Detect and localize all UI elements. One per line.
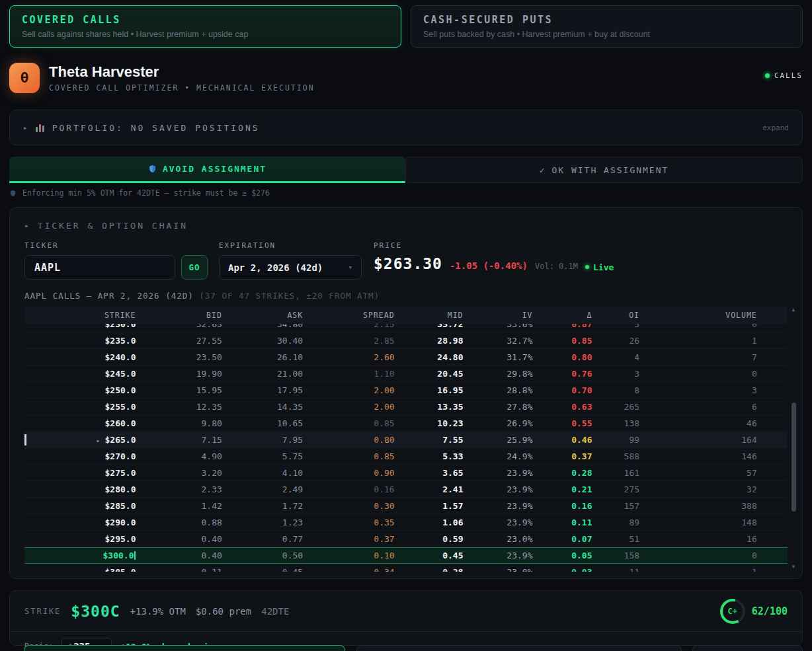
column-header: IV xyxy=(464,307,533,324)
cell-ask: 0.77 xyxy=(222,531,303,547)
cell-mid: 7.55 xyxy=(395,432,464,449)
cell-oi: 89 xyxy=(592,514,640,531)
cell-spread: 0.37 xyxy=(303,531,394,547)
cell-oi: 5 xyxy=(592,324,640,332)
grade-score: 62/100 xyxy=(752,605,788,617)
premium-value: $0.60 prem xyxy=(196,606,251,617)
cell-spread: 0.80 xyxy=(303,432,394,449)
cell-vol: 16 xyxy=(639,531,757,547)
cell-bid: 19.90 xyxy=(136,365,222,382)
cell-delta: 0.85 xyxy=(533,332,592,349)
expiration-select[interactable]: Apr 2, 2026 (42d) ▾ xyxy=(219,255,362,280)
caret-right-icon: ▸ xyxy=(24,221,31,230)
price-volume: Vol: 0.1M xyxy=(535,262,578,271)
mode-card-cash-secured-puts[interactable]: CASH-SECURED PUTS Sell puts backed by ca… xyxy=(411,5,803,48)
cell-bid: 7.15 xyxy=(136,432,222,449)
portfolio-bar[interactable]: ▸ PORTFOLIO: NO SAVED POSITIONS expand xyxy=(9,110,803,145)
cell-spread: 2.00 xyxy=(303,382,394,399)
scroll-down-icon[interactable]: ▼ xyxy=(790,564,797,572)
cash-secured-puts-title: CASH-SECURED PUTS xyxy=(423,14,790,26)
cell-oi: 51 xyxy=(592,531,640,547)
calls-mode-indicator: CALLS xyxy=(765,71,803,80)
cell-iv: 24.9% xyxy=(464,448,533,465)
cell-ask: 1.72 xyxy=(222,498,303,514)
cell-vol: 7 xyxy=(639,349,757,365)
tab-avoid-assignment[interactable]: AVOID ASSIGNMENT xyxy=(9,157,405,183)
chain-section-title: TICKER & OPTION CHAIN xyxy=(38,221,188,231)
option-row[interactable]: ▸$265.07.157.950.807.5525.9%0.4699164 xyxy=(24,432,788,448)
cell-spread: 0.85 xyxy=(303,415,394,432)
option-row[interactable]: $280.02.332.490.162.4123.9%0.2127532 xyxy=(24,481,788,498)
option-row[interactable]: $290.00.881.230.351.0623.9%0.1189148 xyxy=(24,514,788,531)
covered-calls-title: COVERED CALLS xyxy=(22,14,389,26)
caret-right-icon: ▸ xyxy=(23,124,28,132)
expiration-value: Apr 2, 2026 (42d) xyxy=(228,262,323,273)
cell-delta: 0.07 xyxy=(533,531,592,547)
expiration-label: EXPIRATION xyxy=(219,241,362,250)
option-row[interactable]: $300.00.400.500.100.4523.9%0.051580 xyxy=(24,547,788,564)
cell-vol: 32 xyxy=(639,481,757,498)
cell-iv: 23.9% xyxy=(464,514,533,531)
chain-caption: AAPL CALLS — APR 2, 2026 (42D) (37 OF 47… xyxy=(24,291,788,301)
option-row[interactable]: $305.00.110.450.340.2823.0%0.03111 xyxy=(24,564,788,572)
option-row[interactable]: $250.015.9517.952.0016.9528.8%0.7083 xyxy=(24,382,788,399)
price-label: PRICE xyxy=(374,241,614,250)
option-row[interactable]: $295.00.400.770.370.5923.0%0.075116 xyxy=(24,531,788,547)
chain-table-header: STRIKEBIDASKSPREADMIDIVΔOIVOLUME xyxy=(24,307,788,324)
avoid-assignment-label: AVOID ASSIGNMENT xyxy=(163,164,266,174)
option-row[interactable]: $235.027.5530.402.8528.9832.7%0.85261 xyxy=(24,332,788,349)
cell-bid: 12.35 xyxy=(136,399,222,415)
cell-vol: 148 xyxy=(639,514,757,531)
cell-ask: 1.23 xyxy=(222,514,303,531)
go-button[interactable]: GO xyxy=(181,255,208,280)
option-row[interactable]: $275.03.204.100.903.6523.9%0.2816157 xyxy=(24,465,788,481)
mode-card-covered-calls[interactable]: COVERED CALLS Sell calls against shares … xyxy=(9,5,401,48)
cell-iv: 23.0% xyxy=(464,564,533,572)
cell-bid: 1.42 xyxy=(136,498,222,514)
cell-spread: 0.30 xyxy=(303,498,394,514)
strike-label: STRIKE xyxy=(24,607,61,616)
cell-delta: 0.70 xyxy=(533,382,592,399)
option-row[interactable]: $245.019.9021.001.1020.4529.8%0.7630 xyxy=(24,365,788,382)
scroll-up-icon[interactable]: ▲ xyxy=(790,307,797,315)
enforcement-note: Enforcing min 5% OTM for 42DTE — strike … xyxy=(9,188,803,198)
cell-mid: 0.28 xyxy=(395,564,464,572)
option-row[interactable]: $285.01.421.720.301.5723.9%0.16157388 xyxy=(24,498,788,514)
column-header: STRIKE xyxy=(24,307,136,324)
option-row[interactable]: $240.023.5026.102.6024.8031.7%0.8047 xyxy=(24,349,788,365)
ticker-input[interactable] xyxy=(24,255,175,280)
column-header: OI xyxy=(592,307,640,324)
cell-delta: 0.76 xyxy=(533,365,592,382)
cell-strike: $275.0 xyxy=(24,465,136,481)
cell-iv: 23.9% xyxy=(464,465,533,481)
cell-iv: 23.9% xyxy=(464,547,533,564)
cell-spread: 0.16 xyxy=(303,481,394,498)
option-row[interactable]: $270.04.905.750.855.3324.9%0.37588146 xyxy=(24,448,788,465)
cell-spread: 2.00 xyxy=(303,399,394,415)
price-value: $263.30 xyxy=(374,255,442,272)
option-row[interactable]: $230.032.6534.802.1533.7233.6%0.8750 xyxy=(24,324,788,332)
cell-vol: 46 xyxy=(639,415,757,432)
chain-table-body: $230.032.6534.802.1533.7233.6%0.8750$235… xyxy=(24,324,788,572)
option-row[interactable]: $255.012.3514.352.0013.3527.8%0.632656 xyxy=(24,399,788,415)
cell-delta: 0.87 xyxy=(533,324,592,332)
cell-delta: 0.46 xyxy=(533,432,592,449)
option-row[interactable]: $260.09.8010.650.8510.2326.9%0.5513846 xyxy=(24,415,788,432)
scrollbar-thumb[interactable] xyxy=(792,402,796,512)
cell-ask: 17.95 xyxy=(222,382,303,399)
otm-percent: +13.9% OTM xyxy=(130,606,186,617)
cell-strike: $250.0 xyxy=(24,382,136,399)
expand-button[interactable]: expand xyxy=(762,124,789,132)
cell-oi: 99 xyxy=(592,432,640,449)
cell-delta: 0.11 xyxy=(533,514,592,531)
tab-ok-with-assignment[interactable]: ✓ OK WITH ASSIGNMENT xyxy=(405,157,803,183)
cell-iv: 28.8% xyxy=(464,382,533,399)
shield-icon xyxy=(148,164,157,174)
grade-badge: C+ 62/100 xyxy=(720,599,788,624)
chain-section-header[interactable]: ▸ TICKER & OPTION CHAIN xyxy=(24,221,788,231)
cell-spread: 0.10 xyxy=(303,547,394,564)
cell-vol: 1 xyxy=(639,332,757,349)
cell-delta: 0.05 xyxy=(533,547,592,564)
cell-bid: 0.11 xyxy=(136,564,222,572)
cell-ask: 26.10 xyxy=(222,349,303,365)
